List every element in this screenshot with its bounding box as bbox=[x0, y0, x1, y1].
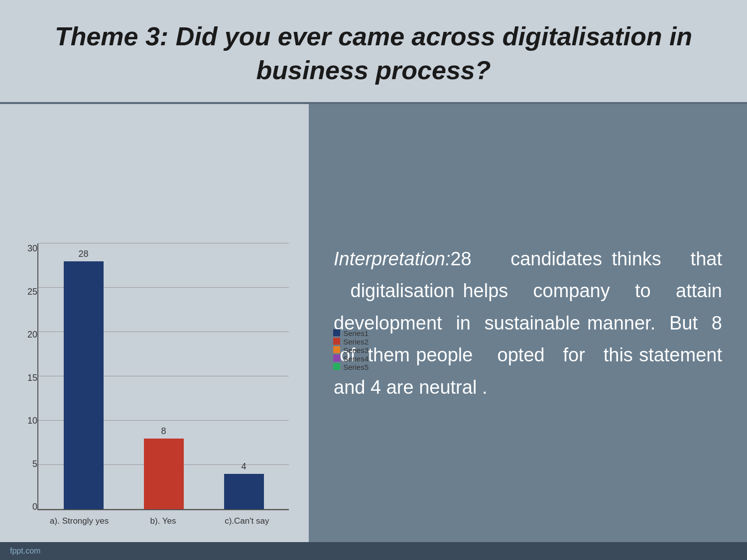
legend-label-3: Series3 bbox=[343, 345, 369, 354]
legend-series5: Series5 bbox=[333, 362, 369, 371]
chart-wrapper: 30 25 20 15 10 5 0 bbox=[20, 243, 289, 532]
bar-value-4: 4 bbox=[241, 461, 246, 472]
legend-label-1: Series1 bbox=[343, 329, 369, 337]
x-label-1: a). Strongly yes bbox=[37, 516, 121, 526]
bar-value-28: 28 bbox=[78, 249, 88, 259]
bar-group-2: 8 bbox=[133, 243, 194, 509]
y-label-30: 30 bbox=[20, 243, 37, 254]
legend-color-3 bbox=[333, 346, 340, 353]
interpretation-value: 28 candidates thinks that digitalisation… bbox=[334, 248, 722, 398]
chart-legend: Series1 Series2 Series3 bbox=[333, 329, 369, 371]
x-axis: a). Strongly yes b). Yes c).Can't say bbox=[37, 510, 289, 532]
legend-series2: Series2 bbox=[333, 337, 369, 345]
legend-color-5 bbox=[333, 363, 340, 370]
y-label-25: 25 bbox=[20, 287, 37, 297]
legend-series4: Series4 bbox=[333, 354, 369, 362]
slide: Theme 3: Did you ever came across digita… bbox=[0, 0, 747, 560]
y-label-15: 15 bbox=[20, 373, 37, 383]
interpretation-label: Interpretation: bbox=[334, 248, 450, 269]
legend-color-2 bbox=[333, 338, 340, 345]
interpretation-text: Interpretation:28 candidates thinks that… bbox=[334, 243, 722, 404]
bars-container: 28 8 4 bbox=[38, 243, 289, 509]
y-axis: 30 25 20 15 10 5 0 bbox=[20, 243, 37, 532]
legend-series3: Series3 bbox=[333, 345, 369, 354]
interpretation-section: Interpretation:28 candidates thinks that… bbox=[309, 104, 747, 542]
y-label-0: 0 bbox=[20, 502, 37, 512]
bar-strongly-yes bbox=[64, 261, 104, 509]
footer: fppt.com bbox=[0, 542, 747, 560]
x-label-2: b). Yes bbox=[121, 516, 205, 526]
bars-and-grid: 28 8 4 bbox=[37, 243, 289, 532]
content-area: 30 25 20 15 10 5 0 bbox=[0, 104, 747, 542]
y-label-5: 5 bbox=[20, 459, 37, 469]
legend-color-4 bbox=[333, 355, 340, 362]
y-label-20: 20 bbox=[20, 330, 37, 340]
y-label-10: 10 bbox=[20, 416, 37, 426]
x-label-3: c).Can't say bbox=[205, 516, 289, 526]
bar-group-1: 28 bbox=[53, 243, 114, 509]
bar-cant-say bbox=[224, 474, 264, 509]
header: Theme 3: Did you ever came across digita… bbox=[0, 0, 747, 102]
legend-color-1 bbox=[333, 330, 340, 336]
chart-section: 30 25 20 15 10 5 0 bbox=[0, 104, 309, 542]
bar-value-8: 8 bbox=[161, 426, 166, 437]
legend-series1: Series1 bbox=[333, 329, 369, 337]
footer-text: fppt.com bbox=[10, 547, 40, 556]
legend-label-2: Series2 bbox=[343, 337, 369, 345]
slide-title: Theme 3: Did you ever came across digita… bbox=[30, 20, 717, 87]
legend-label-5: Series5 bbox=[343, 362, 369, 371]
legend-label-4: Series4 bbox=[343, 354, 369, 362]
grid-and-bars: 28 8 4 bbox=[37, 243, 289, 510]
bar-group-3: 4 bbox=[214, 243, 274, 509]
bar-yes bbox=[144, 439, 184, 509]
